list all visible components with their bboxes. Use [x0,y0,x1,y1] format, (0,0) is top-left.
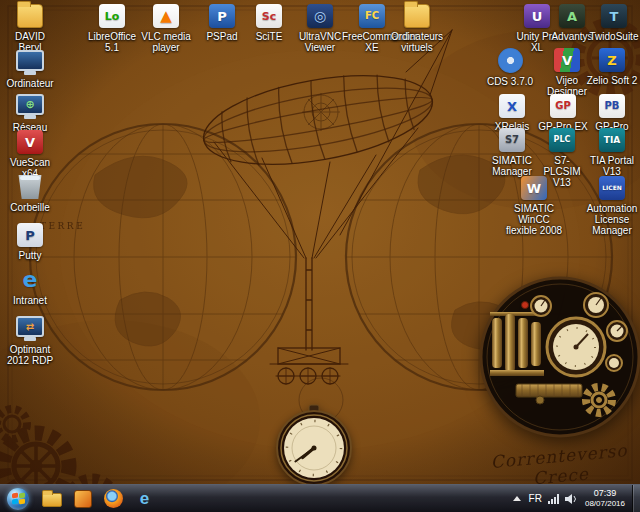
xrelais-glyph: X [507,100,517,113]
desktop-icon-label: Optimant 2012 RDP [4,344,56,366]
desktop-icon-label: Putty [19,250,42,261]
ordinateur-icon [16,50,44,71]
desktop-icon-simatic-manager[interactable]: S7SIMATIC Manager [486,128,538,177]
twidosuite-glyph: T [610,10,619,23]
putty-icon: P [17,223,43,247]
tray-clock[interactable]: 07:39 08/07/2016 [582,488,628,509]
desktop-icon-license-manager[interactable]: LICENAutomation License Manager [584,176,640,236]
libreoffice-icon: Lo [99,4,125,28]
orange-app-icon [74,490,92,508]
gppro-ex-icon: GP [550,94,576,118]
gppro-pb3-icon: PB [599,94,625,118]
desktop-icon-ordinateurs-virtuels[interactable]: Ordinateurs virtuels [391,4,443,53]
desktop-icon-label: UltraVNC Viewer [294,31,346,53]
desktop-icon-label: SIMATIC Manager [486,155,538,177]
internet-explorer-icon: e [135,489,155,509]
language-indicator[interactable]: FR [527,493,544,504]
pinned-explorer-button[interactable] [36,485,67,512]
advantys-glyph: A [567,10,577,23]
desktop-icon-label: Corbeille [10,202,49,213]
vlc-icon: ▲ [153,4,179,28]
start-button[interactable] [0,485,36,512]
desktop-icon-label: SciTE [256,31,283,42]
desktop-icon-david-beryl[interactable]: DAVID Beryl [4,4,56,53]
freecommander-glyph: FC [365,11,379,21]
tray-volume-icon[interactable] [565,485,578,512]
desktop-icon-tia-portal[interactable]: TIATIA Portal V13 [586,128,638,177]
desktop-icon-label: Zelio Soft 2 [587,75,638,86]
desktop-icon-xrelais[interactable]: XXRelais [486,94,538,132]
corbeille-icon [17,175,43,199]
desktop-icon-optimant-rdp[interactable]: ⇄Optimant 2012 RDP [4,316,56,366]
taskbar: e FR 07:39 08/07/2016 [0,484,640,512]
desktop-icon-zelio[interactable]: ZZelio Soft 2 [586,48,638,86]
tray-network-icon[interactable] [548,485,561,512]
wincc-flexible-glyph: W [527,182,541,195]
pinned-firefox-button[interactable] [98,485,129,512]
license-manager-icon: LICEN [599,176,625,200]
zelio-icon: Z [599,48,625,72]
desktop-icon-reseau[interactable]: ⊕Réseau [4,94,56,133]
desktop-icon-cds[interactable]: CDS 3.7.0 [484,48,536,87]
gppro-pb3-glyph: PB [605,101,620,111]
windows-explorer-folder-icon [42,493,62,507]
firefox-browser-icon [104,489,123,508]
vlc-glyph: ▲ [160,9,172,24]
tray-date: 08/07/2016 [585,499,625,509]
desktop-icon-twidosuite[interactable]: TTwidoSuite [588,4,640,42]
vijeo-glyph: V [562,54,572,67]
unity-pro-glyph: U [532,10,543,23]
desktop-icon-vlc[interactable]: ▲VLC media player [140,4,192,53]
desktop-icon-intranet[interactable]: eIntranet [4,268,56,306]
intranet-icon: e [17,268,43,292]
windows-logo-icon [7,488,29,510]
desktop-icon-label: CDS 3.7.0 [487,76,533,87]
pspad-icon: P [209,4,235,28]
desktop-icon-scite[interactable]: ScSciTE [243,4,295,42]
desktop-icon-label: VLC media player [140,31,192,53]
desktop-icon-label: LibreOffice 5.1 [86,31,138,53]
vuescan-glyph: V [25,136,35,149]
plcsim-glyph: PLC [554,136,571,144]
pinned-app-orange-button[interactable] [67,485,98,512]
desktop-icon-vuescan[interactable]: VVueScan x64 [4,130,56,179]
desktop-icon-putty[interactable]: PPutty [4,223,56,261]
system-tray: FR 07:39 08/07/2016 [509,485,640,512]
libreoffice-glyph: Lo [105,11,120,22]
cds-icon [498,48,523,73]
desktop-icon-label: Automation License Manager [584,203,640,236]
desktop-icon-libreoffice[interactable]: LoLibreOffice 5.1 [86,4,138,53]
tia-portal-glyph: TIA [604,136,620,145]
taskbar-pinned-apps: e [36,485,160,512]
xrelais-icon: X [499,94,525,118]
desktop-icon-label: SIMATIC WinCC flexible 2008 [504,203,564,236]
vijeo-icon: V [554,48,580,72]
desktop-icon-corbeille[interactable]: Corbeille [4,175,56,213]
desktop-icon-label: Advantys [551,31,592,42]
simatic-manager-icon: S7 [499,128,525,152]
advantys-icon: A [559,4,585,28]
ordinateurs-virtuels-icon [404,4,430,28]
intranet-glyph: e [23,269,38,291]
hidden-icons-button[interactable] [511,485,523,512]
desktop-icon-label: Ordinateur [6,78,53,89]
desktop-icon-label: PSPad [206,31,237,42]
wincc-flexible-icon: W [521,176,547,200]
pspad-glyph: P [217,10,227,23]
reseau-glyph: ⊕ [25,99,34,110]
optimant-rdp-icon: ⇄ [16,316,44,337]
show-desktop-button[interactable] [632,485,640,512]
tray-time: 07:39 [585,488,625,499]
desktop-icon-ordinateur[interactable]: Ordinateur [4,50,56,89]
david-beryl-icon [17,4,43,28]
desktop-icon-pspad[interactable]: PPSPad [196,4,248,42]
desktop-icon-label: TIA Portal V13 [586,155,638,177]
desktop-icon-label: Ordinateurs virtuels [391,31,443,53]
desktop-icon-ultravnc[interactable]: ◎UltraVNC Viewer [294,4,346,53]
ultravnc-icon: ◎ [307,4,333,28]
desktop-icon-wincc-flexible[interactable]: WSIMATIC WinCC flexible 2008 [504,176,564,236]
putty-glyph: P [25,229,35,242]
desktop-icons: DAVID BerylOrdinateur⊕RéseauVVueScan x64… [0,0,640,512]
pinned-ie-button[interactable]: e [129,485,160,512]
chevron-up-icon [513,496,521,501]
